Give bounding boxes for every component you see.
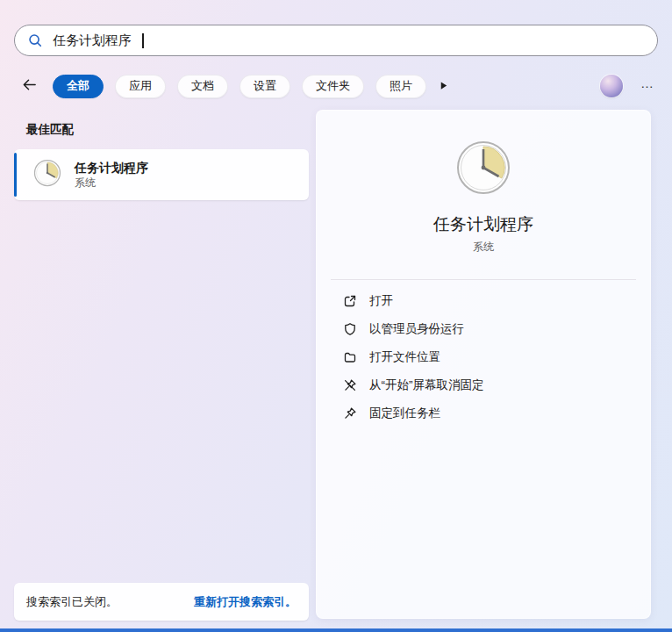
window-bottom-edge [0, 628, 672, 632]
best-match-result[interactable]: 任务计划程序 系统 [14, 149, 309, 200]
user-avatar[interactable] [600, 75, 623, 97]
action-label: 固定到任务栏 [369, 406, 440, 421]
search-input[interactable]: 任务计划程序 [14, 25, 658, 56]
indexing-status-bar: 搜索索引已关闭。 重新打开搜索索引。 [14, 583, 309, 621]
text-caret [142, 33, 144, 48]
action-unpin-from-start[interactable]: 从“开始”屏幕取消固定 [317, 371, 650, 399]
toolbar-right-cluster: … [600, 75, 654, 97]
context-actions: 打开 以管理员身份运行 打开文件位置 [317, 287, 650, 427]
selection-accent-bar [14, 153, 17, 197]
action-open[interactable]: 打开 [317, 287, 650, 315]
action-open-file-location[interactable]: 打开文件位置 [317, 343, 650, 371]
best-match-subtitle: 系统 [75, 176, 148, 190]
tab-photos[interactable]: 照片 [375, 75, 426, 98]
unpin-icon [343, 378, 357, 392]
reopen-indexing-link[interactable]: 重新打开搜索索引。 [194, 594, 297, 610]
tab-settings[interactable]: 设置 [239, 75, 290, 98]
search-window: 任务计划程序 全部 应用 文档 设置 文件夹 照片 … [0, 0, 672, 632]
back-button[interactable] [16, 73, 42, 99]
tab-all[interactable]: 全部 [53, 75, 104, 98]
play-triangle-icon [439, 78, 448, 94]
tab-documents[interactable]: 文档 [177, 75, 228, 98]
action-label: 打开文件位置 [369, 349, 440, 365]
action-pin-to-taskbar[interactable]: 固定到任务栏 [317, 399, 650, 427]
preview-pane: 任务计划程序 系统 打开 以 [316, 110, 651, 619]
task-scheduler-clock-icon [455, 140, 511, 196]
section-title-best-match: 最佳匹配 [26, 122, 74, 138]
indexing-status-message: 搜索索引已关闭。 [26, 594, 118, 610]
arrow-left-icon [21, 76, 38, 97]
filter-tabs: 全部 应用 文档 设置 文件夹 照片 [53, 75, 426, 98]
folder-icon [343, 350, 357, 364]
pin-icon [343, 406, 357, 420]
admin-shield-icon [343, 322, 357, 336]
tab-apps[interactable]: 应用 [115, 75, 166, 98]
action-label: 打开 [369, 293, 393, 309]
search-query-text: 任务计划程序 [53, 25, 132, 56]
preview-title: 任务计划程序 [317, 213, 650, 236]
preview-divider [331, 279, 636, 280]
more-filters-button[interactable] [439, 78, 448, 94]
search-icon [27, 32, 43, 48]
best-match-title: 任务计划程序 [75, 160, 148, 176]
task-scheduler-clock-icon [33, 159, 61, 190]
action-label: 以管理员身份运行 [369, 321, 464, 337]
tab-folders[interactable]: 文件夹 [302, 75, 364, 98]
more-options-button[interactable]: … [640, 79, 654, 93]
open-icon [343, 294, 357, 308]
preview-subtitle: 系统 [317, 240, 650, 255]
action-run-as-admin[interactable]: 以管理员身份运行 [317, 315, 650, 343]
action-label: 从“开始”屏幕取消固定 [369, 377, 484, 393]
filter-toolbar: 全部 应用 文档 设置 文件夹 照片 … [0, 72, 672, 100]
